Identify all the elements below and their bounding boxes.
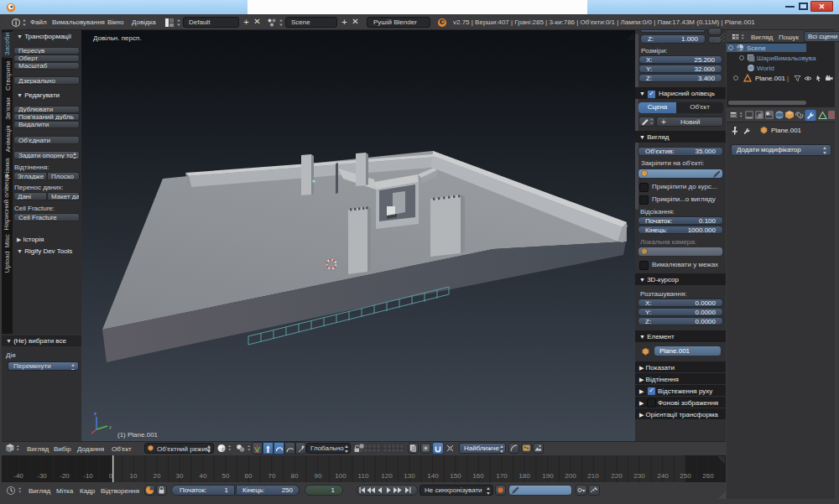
svg-text:Довільн. персп.: Довільн. персп. <box>93 34 141 42</box>
svg-text:z: z <box>94 411 96 416</box>
svg-text:y: y <box>109 424 112 429</box>
svg-text:(1) Plane.001: (1) Plane.001 <box>117 431 159 439</box>
